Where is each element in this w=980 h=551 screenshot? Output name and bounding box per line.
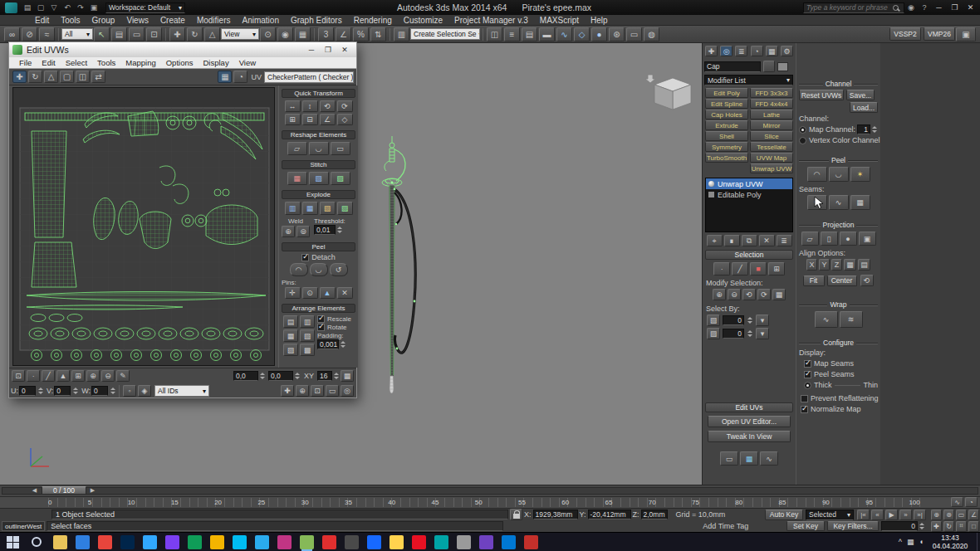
configure-modifier-sets-icon[interactable]: ≣ xyxy=(777,235,792,246)
y-coordinate-field[interactable]: -20,412mm xyxy=(588,510,631,519)
app-blue2-icon[interactable] xyxy=(367,535,381,549)
ring-selection-icon[interactable]: ⟲ xyxy=(742,289,756,300)
bind-to-space-warp-icon[interactable]: ≈ xyxy=(39,27,55,41)
time-slider-track[interactable] xyxy=(2,487,978,495)
rollout-reshape-elements[interactable]: Reshape Elements xyxy=(282,130,355,139)
menu-item[interactable]: Graph Editors xyxy=(285,16,348,25)
rollout-edit-uvs[interactable]: Edit UVs xyxy=(705,402,793,412)
modifier-preset-button[interactable]: Edit Poly xyxy=(705,88,748,98)
freeform-mode-icon[interactable]: ▢ xyxy=(60,71,74,83)
align-horizontal-icon[interactable]: ↔ xyxy=(285,100,301,112)
zoom-extents-icon[interactable]: ▭ xyxy=(956,510,967,520)
show-end-result-icon[interactable]: ∎ xyxy=(724,235,740,246)
app-gray-icon[interactable] xyxy=(457,535,471,549)
app-gold-icon[interactable] xyxy=(390,535,404,549)
menu-item[interactable]: Animation xyxy=(236,16,284,25)
rollout-wrap[interactable]: Wrap xyxy=(799,300,878,309)
rotate-checkbox[interactable] xyxy=(317,324,325,331)
map-channel-radio[interactable] xyxy=(799,126,806,134)
rendered-frame-icon[interactable]: ▭ xyxy=(626,27,642,41)
menu-item[interactable]: Views xyxy=(120,16,154,25)
show-desktop-button[interactable] xyxy=(977,533,980,551)
key-filters-button[interactable]: Key Filters... xyxy=(827,521,879,531)
unfold-strip-icon[interactable]: ≋ xyxy=(840,311,863,328)
uvw-menu-item[interactable]: Display xyxy=(198,58,233,67)
auto-key-button[interactable]: Auto Key xyxy=(765,510,803,520)
rollout-configure[interactable]: Configure xyxy=(799,339,878,347)
shrink-selection-icon[interactable]: ⊖ xyxy=(728,289,741,300)
align-to-edge-icon[interactable]: ∠ xyxy=(320,114,336,125)
new-scene-icon[interactable]: ▤ xyxy=(21,2,34,13)
uvw-close-button[interactable]: ✕ xyxy=(336,44,353,56)
u-spinner[interactable] xyxy=(37,387,44,395)
workspace-selector[interactable]: Workspace: Default xyxy=(105,2,185,13)
time-slider-prev-icon[interactable]: ◀ xyxy=(30,486,39,495)
menu-item[interactable]: Create xyxy=(154,16,191,25)
render-production-icon[interactable]: ◍ xyxy=(644,27,659,41)
lock-selected-vertices-icon[interactable]: ◦ xyxy=(123,385,136,397)
spinner-snap-icon[interactable]: ⇅ xyxy=(370,27,386,41)
window-crossing-icon[interactable]: ⊡ xyxy=(146,27,162,41)
set-key-button[interactable]: Set Key xyxy=(786,521,825,531)
select-by-id-field[interactable]: 0 xyxy=(723,329,744,339)
menu-item[interactable]: Edit xyxy=(29,16,55,25)
open-file-icon[interactable]: ▢ xyxy=(34,2,47,13)
next-frame-icon[interactable]: » xyxy=(899,510,912,520)
save-uvws-button[interactable]: Save... xyxy=(846,90,875,100)
axis-align-button[interactable]: Y xyxy=(819,259,830,271)
zoom-to-gizmo-icon[interactable]: ◎ xyxy=(341,385,354,397)
pin-selected-icon[interactable]: ✛ xyxy=(285,287,301,299)
prevent-reflattening-checkbox[interactable] xyxy=(801,395,808,402)
open-mini-curve-editor-icon[interactable]: ∿ xyxy=(951,497,963,507)
grow-selection-icon[interactable]: ⊕ xyxy=(86,370,100,382)
stitch-to-target-icon[interactable]: ▧ xyxy=(309,172,329,185)
grid-size-spinner[interactable] xyxy=(333,372,340,380)
pack-options-icon[interactable]: ▩ xyxy=(300,344,315,356)
modifier-preset-button[interactable]: Slice xyxy=(750,131,793,141)
modify-tab-icon[interactable]: ◎ xyxy=(720,46,733,56)
select-options-icon[interactable]: ▾ xyxy=(756,315,769,326)
modifier-preset-button[interactable]: FFD 4x4x4 xyxy=(750,99,793,109)
map-channel-field[interactable]: 1 xyxy=(857,124,870,134)
select-by-id-spinner[interactable] xyxy=(747,329,753,338)
fit-button[interactable]: Fit xyxy=(803,276,825,286)
modifier-preset-button[interactable]: Lathe xyxy=(750,110,793,119)
select-by-name-icon[interactable]: ▤ xyxy=(111,27,127,41)
volume-icon[interactable]: ◖ xyxy=(919,538,924,546)
field-of-view-icon[interactable]: ∠ xyxy=(968,510,979,520)
v-coordinate-field[interactable]: 0,0 xyxy=(268,371,293,381)
planar-angle-spinner[interactable] xyxy=(747,316,753,324)
script-button-vmp26[interactable]: VMP26 xyxy=(924,27,955,41)
app-yellow-icon[interactable] xyxy=(210,535,224,549)
pelt-map-icon[interactable]: ✶ xyxy=(850,167,870,182)
modifier-preset-button[interactable]: Tessellate xyxy=(750,142,793,152)
app-explorer-icon[interactable] xyxy=(53,535,67,549)
w-spinner[interactable] xyxy=(110,387,116,395)
uvw-menu-item[interactable]: Select xyxy=(61,58,92,67)
app-dark-icon[interactable] xyxy=(345,535,359,549)
padding-spinner[interactable] xyxy=(340,340,346,349)
app-winblue-icon[interactable] xyxy=(502,535,516,549)
uvw-menu-item[interactable]: Tools xyxy=(92,58,120,67)
pack-together-icon[interactable]: ▥ xyxy=(300,315,315,328)
object-color-swatch[interactable] xyxy=(777,62,788,71)
target-weld-icon[interactable]: ⊚ xyxy=(296,226,310,237)
taskbar-clock[interactable]: 13:43 04.04.2020 xyxy=(929,534,972,550)
zoom-region-icon[interactable]: ⊡ xyxy=(311,385,324,397)
modifier-preset-button[interactable]: Mirror xyxy=(750,120,793,130)
app-purple-icon[interactable] xyxy=(165,535,179,549)
v-spinner[interactable] xyxy=(72,387,79,395)
menu-item[interactable]: Group xyxy=(86,16,121,25)
rollout-channel[interactable]: Channel xyxy=(799,80,878,88)
uvw-menu-item[interactable]: View xyxy=(234,58,261,67)
select-by-element-icon[interactable]: ▨ xyxy=(707,328,720,339)
communication-center-icon[interactable]: ◉ xyxy=(904,2,918,13)
go-to-end-icon[interactable]: »| xyxy=(914,510,926,520)
scale-icon[interactable]: △ xyxy=(44,71,58,83)
time-slider[interactable]: ◀ 0 / 100 ▶ xyxy=(0,485,980,496)
uvw-minimize-button[interactable]: ─ xyxy=(303,44,320,56)
pan-icon[interactable]: ✚ xyxy=(281,385,294,397)
track-bar[interactable]: 0510152025303540455055606570758085909510… xyxy=(0,496,980,508)
utilities-tab-icon[interactable]: ⚙ xyxy=(781,46,793,56)
align-vertical-icon[interactable]: ↕ xyxy=(302,100,318,112)
